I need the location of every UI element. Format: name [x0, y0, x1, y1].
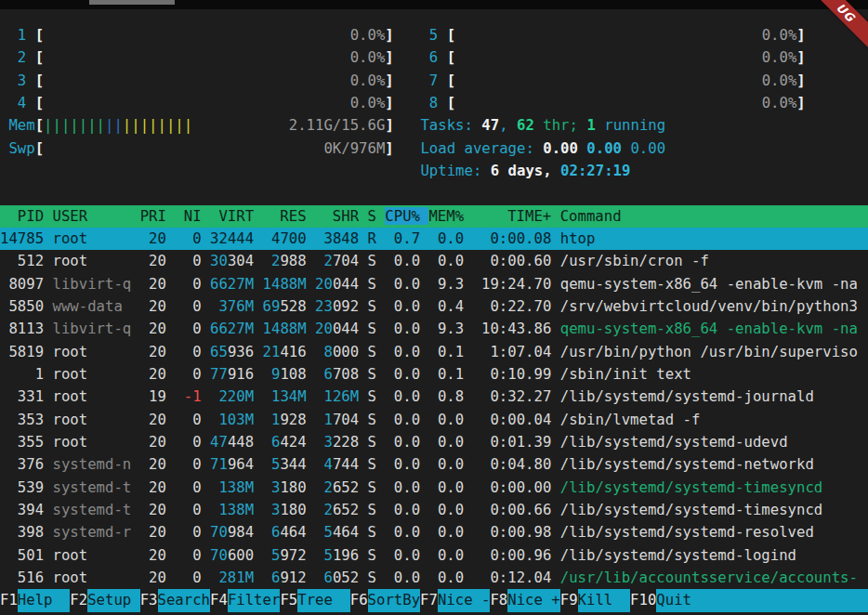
command-cell: /lib/systemd/systemd-udevd	[560, 433, 788, 451]
mem-size-kb: 848	[333, 229, 359, 247]
fkey-label-nice-[interactable]: Nice -	[438, 589, 491, 611]
state-cell: S	[368, 433, 376, 451]
mem-size-kb: 708	[333, 365, 359, 383]
cpu-idle-percent: 0.0%	[455, 26, 796, 44]
priority-cell: 19	[140, 387, 166, 405]
fkey-label-search[interactable]: Search	[158, 589, 211, 611]
cpu-idle-percent: 0.0%	[44, 26, 385, 44]
mem-percent-cell: 0.1	[429, 365, 465, 383]
process-row[interactable]: 8097 libvirt-q 20 0 6627M 1488M 20044 S …	[0, 273, 868, 295]
process-row[interactable]: 8113 libvirt-q 20 0 6627M 1488M 20044 S …	[0, 318, 868, 340]
mem-size-kb: 464	[280, 523, 306, 541]
cpu-percent-cell: 0.7	[385, 229, 420, 247]
process-row[interactable]: 353 root 20 0 103M 1928 1704 S 0.0 0.0 0…	[0, 409, 868, 431]
sort-column-cpu[interactable]: CPU%	[385, 207, 428, 225]
user-cell: systemd-t	[53, 501, 132, 518]
blank-line	[0, 182, 868, 204]
process-row[interactable]: 1 root 20 0 77916 9108 6708 S 0.0 0.1 0:…	[0, 363, 868, 386]
pid-cell: 1	[0, 365, 44, 383]
mem-size-kb: 700	[280, 229, 306, 247]
fkey-f4[interactable]: F4	[210, 589, 228, 611]
process-row[interactable]: 516 root 20 0 281M 6912 6052 S 0.0 0.0 0…	[0, 567, 868, 589]
process-row[interactable]: 501 root 20 0 70600 5972 5196 S 0.0 0.0 …	[0, 544, 868, 567]
fkey-f5[interactable]: F5	[280, 589, 297, 611]
cpu-idle-percent: 0.0%	[44, 94, 385, 111]
fkey-f1[interactable]: F1	[0, 589, 18, 611]
fkey-f3[interactable]: F3	[140, 589, 158, 611]
mem-percent-cell: 0.0	[429, 478, 465, 496]
mem-size-kb: 704	[333, 252, 359, 269]
fkey-f8[interactable]: F8	[490, 589, 507, 611]
meter-close-bracket: ]	[796, 94, 805, 111]
mem-size-kb: 304	[228, 252, 254, 269]
meter-close-bracket: ]	[385, 48, 393, 66]
mem-size-kb: 416	[280, 343, 306, 360]
mem-value: 2.11G/15.6G	[192, 116, 385, 134]
cpu-percent-cell: 0.0	[385, 343, 420, 360]
process-row[interactable]: 398 systemd-r 20 0 70984 6464 5464 S 0.0…	[0, 521, 868, 543]
process-row[interactable]: 539 systemd-t 20 0 138M 3180 2652 S 0.0 …	[0, 477, 868, 499]
mem-size-kb: 108	[280, 365, 306, 383]
mem-meter: Mem[||||||||||||||||| 2.11G/15.6G]	[0, 114, 394, 137]
process-row[interactable]: 5819 root 20 0 65936 21416 8000 S 0.0 0.…	[0, 341, 868, 363]
process-row[interactable]: 5850 www-data 20 0 376M 69528 23092 S 0.…	[0, 295, 868, 318]
fkey-label-sortby[interactable]: SortBy	[368, 589, 421, 611]
fkey-label-kill[interactable]: Kill	[578, 589, 631, 611]
cpu-meter-4-label: 4	[8, 94, 34, 111]
user-cell: systemd-t	[53, 478, 132, 496]
cpu-idle-percent: 0.0%	[44, 72, 385, 89]
meter-open-bracket: [	[35, 116, 44, 134]
fkey-f9[interactable]: F9	[560, 589, 578, 611]
process-row[interactable]: 376 systemd-n 20 0 71964 5344 4744 S 0.0…	[0, 453, 868, 476]
nice-cell: 0	[175, 229, 201, 247]
tasks-count: 47	[481, 116, 499, 134]
mem-size-mb: 1	[315, 411, 333, 428]
process-row[interactable]: 331 root 19 -1 220M 134M 126M S 0.0 0.8 …	[0, 386, 868, 408]
process-row[interactable]: 14785 root 20 0 32444 4700 3848 R 0.7 0.…	[0, 228, 868, 250]
command-cell: /sbin/lvmetad -f	[560, 411, 701, 428]
priority-cell: 20	[140, 433, 166, 451]
mem-size-kb: 988	[280, 252, 306, 269]
state-cell: S	[368, 297, 376, 315]
fkey-label-setup[interactable]: Setup	[87, 589, 140, 611]
priority-cell: 20	[140, 569, 166, 586]
fkey-label-nice-[interactable]: Nice +	[507, 589, 560, 611]
fkey-f6[interactable]: F6	[350, 589, 368, 611]
cpu-percent-cell: 0.0	[385, 365, 420, 383]
process-row[interactable]: 394 systemd-t 20 0 138M 3180 2652 S 0.0 …	[0, 499, 868, 521]
fkey-label-tree[interactable]: Tree	[297, 589, 350, 611]
priority-cell: 20	[140, 297, 166, 315]
fkey-label-quit[interactable]: Quit	[656, 589, 709, 611]
mem-size-kb: 228	[333, 433, 359, 451]
fkey-label-filter[interactable]: Filter	[228, 589, 281, 611]
cpu-meter-6: 6 [ 0.0%]	[412, 46, 806, 69]
uptime-clock: 02:27:19	[560, 162, 630, 179]
process-row[interactable]: 355 root 20 0 47448 6424 3228 S 0.0 0.0 …	[0, 431, 868, 453]
meter-open-bracket: [	[447, 48, 455, 66]
thr-label: thr;	[534, 116, 587, 134]
mem-size-mb: 4	[315, 455, 333, 473]
user-cell: libvirt-q	[53, 275, 132, 293]
pid-cell: 355	[0, 433, 44, 451]
mem-size-kb: 000	[333, 343, 359, 360]
pid-cell: 14785	[0, 229, 44, 247]
fkey-label-help[interactable]: Help	[18, 589, 71, 611]
mem-size-mb: 71	[210, 455, 228, 473]
nice-cell: 0	[175, 343, 201, 360]
fkey-f2[interactable]: F2	[70, 589, 87, 611]
uptime-days: 6 days,	[491, 162, 560, 179]
cpu-meter-1-label: 1	[8, 26, 34, 44]
function-key-bar: F1Help F2Setup F3SearchF4FilterF5Tree F6…	[0, 589, 868, 611]
fkey-f10[interactable]: F10	[630, 589, 656, 611]
command-cell: /lib/systemd/systemd-networkd	[560, 455, 814, 473]
load-15min: 0.00	[630, 139, 665, 157]
nice-cell: 0	[175, 478, 201, 496]
process-row[interactable]: 512 root 20 0 30304 2988 2704 S 0.0 0.0 …	[0, 250, 868, 272]
priority-cell: 20	[140, 343, 166, 360]
meter-close-bracket: ]	[796, 72, 805, 89]
table-header[interactable]: PID USER PRI NI VIRT RES SHR S CPU% MEM%…	[0, 205, 868, 228]
cpu-percent-cell: 0.0	[385, 433, 420, 451]
fkey-bar-filler	[709, 589, 868, 611]
fkey-f7[interactable]: F7	[420, 589, 438, 611]
meter-open-bracket: [	[35, 72, 44, 89]
